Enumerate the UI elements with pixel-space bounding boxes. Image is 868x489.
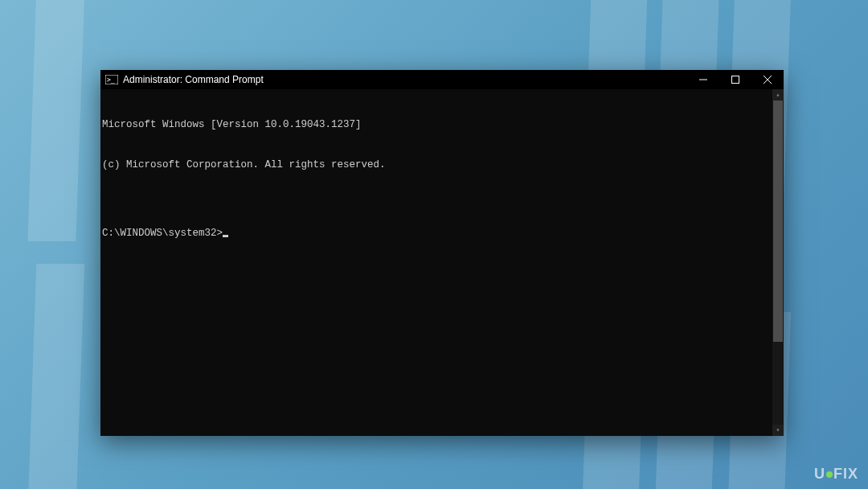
scroll-up-button[interactable]: ▴ xyxy=(772,89,784,101)
command-prompt-icon: >_ xyxy=(105,75,118,84)
watermark-dot-icon xyxy=(826,471,833,478)
terminal-scrollbar[interactable]: ▴ ▾ xyxy=(772,89,784,436)
scroll-down-button[interactable]: ▾ xyxy=(772,425,784,436)
window-titlebar[interactable]: >_ Administrator: Command Prompt xyxy=(100,70,784,89)
watermark-prefix: U xyxy=(814,466,825,482)
command-prompt-window[interactable]: >_ Administrator: Command Prompt Microso… xyxy=(100,70,784,436)
watermark-text: UFIX xyxy=(814,466,858,483)
terminal-prompt-line: C:\WINDOWS\system32> xyxy=(102,227,784,240)
terminal-cursor xyxy=(223,235,228,237)
minimize-button[interactable] xyxy=(687,70,719,89)
close-button[interactable] xyxy=(751,70,784,89)
window-title: Administrator: Command Prompt xyxy=(123,74,687,85)
scroll-thumb[interactable] xyxy=(773,101,783,342)
maximize-button[interactable] xyxy=(719,70,751,89)
window-controls xyxy=(687,70,784,89)
bg-shape xyxy=(28,264,84,489)
terminal-prompt: C:\WINDOWS\system32> xyxy=(102,227,223,240)
watermark-suffix: FIX xyxy=(833,466,858,482)
terminal-line-copyright: (c) Microsoft Corporation. All rights re… xyxy=(102,158,784,172)
svg-rect-3 xyxy=(732,76,739,84)
bg-shape xyxy=(27,0,84,241)
terminal-output[interactable]: Microsoft Windows [Version 10.0.19043.12… xyxy=(100,89,784,436)
svg-text:>_: >_ xyxy=(107,76,115,84)
terminal-line-version: Microsoft Windows [Version 10.0.19043.12… xyxy=(102,118,784,132)
